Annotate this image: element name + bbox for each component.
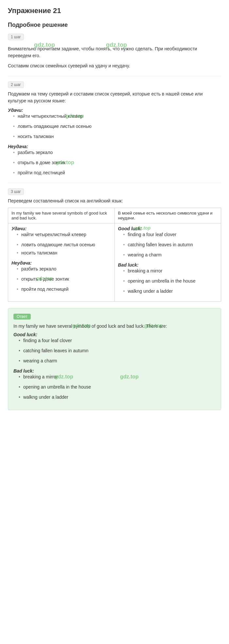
- list-item: breaking a mirror: [123, 268, 218, 274]
- watermark-7: gdz.top: [72, 323, 91, 329]
- step-2-bad-luck-list: разбить зеркало открыть в доме зонтик gd…: [8, 149, 221, 176]
- list-item: найти четырехлистный клевер gdz.top: [13, 113, 221, 120]
- list-item: catching fallen leaves in autumn: [19, 347, 216, 354]
- answer-luck-label: Good luck:: [13, 332, 216, 337]
- page-subtitle: Подробное решение: [8, 22, 221, 28]
- watermark-4: gdz.top: [56, 159, 74, 166]
- right-luck-label: Good luck: gdz.top: [118, 226, 218, 231]
- list-item: finding a four leaf clover: [123, 231, 218, 238]
- table-left-content: Удачи: найти четырехлистный клевер ловит…: [8, 223, 115, 302]
- list-item: найти четырехлистный клевер: [17, 231, 111, 238]
- list-item: finding a four leaf clover: [19, 337, 216, 344]
- right-bad-luck-list: breaking a mirror opening an umbrella in…: [118, 268, 218, 295]
- list-item: walkng under a ladder: [123, 288, 218, 295]
- watermark-6: gdz.top: [134, 225, 151, 231]
- table-left-header: In my family we have several symbols of …: [8, 208, 115, 223]
- right-luck-list: finding a four leaf clover catching fall…: [118, 231, 218, 258]
- left-bad-luck-label: Неудача:: [11, 260, 111, 266]
- answer-section: Ответ In my family we have several symbo…: [8, 308, 221, 410]
- watermark-9: gdz.top: [55, 373, 73, 381]
- page-title: Упражнение 21: [8, 7, 221, 15]
- table-right-header: В моей семье есть несколько символов уда…: [114, 208, 221, 223]
- watermark-5: gdz.top: [36, 275, 53, 282]
- list-item: разбить зеркало: [17, 266, 111, 272]
- step-2-text: Подумаем на тему суеверий и составим спи…: [8, 91, 221, 104]
- answer-luck-list: finding a four leaf clover catching fall…: [13, 337, 216, 364]
- step-2-luck-label: Удачи:: [8, 108, 221, 113]
- left-luck-label: Удачи:: [11, 226, 111, 231]
- step-1-badge: 1 шаг: [8, 34, 24, 40]
- watermark-3: gdz.top: [65, 112, 84, 120]
- step-3-text: Переведем составленный список на английс…: [8, 198, 221, 204]
- table-right-content: Good luck: gdz.top finding a four leaf c…: [114, 223, 221, 302]
- watermark-2: gdz.top: [106, 42, 127, 48]
- list-item: открыть в доме зонтик gdz.top: [17, 276, 111, 283]
- right-bad-luck-label: Bad luck:: [118, 262, 218, 268]
- step-1: 1 шаг gdz.top gdz.top Внимательно прочит…: [8, 34, 221, 69]
- answer-bad-luck-label: Bad luck:: [13, 368, 216, 374]
- list-item: пройти под лестницей: [13, 169, 221, 176]
- left-luck-list: найти четырехлистный клевер ловить опада…: [11, 231, 111, 256]
- list-item: ловить опадающие листья осенью: [17, 241, 111, 248]
- list-item: носить талисман: [17, 250, 111, 256]
- step-3: 3 шаг Переведем составленный список на а…: [8, 188, 221, 302]
- step-2-bad-luck-label: Неудача:: [8, 144, 221, 149]
- left-bad-luck-list: разбить зеркало открыть в доме зонтик gd…: [11, 266, 111, 293]
- list-item: разбить зеркало: [13, 149, 221, 156]
- list-item: catching fallen leaves in autumn: [123, 241, 218, 248]
- table-header-row: In my family we have several symbols of …: [8, 208, 221, 223]
- step-2-badge: 2 шаг: [8, 81, 24, 88]
- list-item: ловить опадающие листья осенью: [13, 123, 221, 130]
- list-item: пройти под лестницей: [17, 286, 111, 293]
- table-content-row: Удачи: найти четырехлистный клевер ловит…: [8, 223, 221, 302]
- list-item: opening an umbrella in the house: [19, 384, 216, 391]
- watermark-10: gdz.top: [120, 373, 139, 381]
- answer-intro: In my family we have several symbols of …: [13, 323, 216, 329]
- answer-bad-luck-list: breaking a mirror gdz.top gdz.top openin…: [13, 374, 216, 401]
- step-2-luck-list: найти четырехлистный клевер gdz.top лови…: [8, 113, 221, 140]
- list-item: breaking a mirror gdz.top gdz.top: [19, 374, 216, 380]
- list-item: wearing a charm: [19, 357, 216, 364]
- step-2: 2 шаг Подумаем на тему суеверий и состав…: [8, 81, 221, 176]
- translation-table: In my family we have several symbols of …: [8, 208, 221, 302]
- list-item: wearing a charm: [123, 252, 218, 258]
- list-item: открыть в доме зонтик gdz.top: [13, 159, 221, 166]
- list-item: opening an umbrella in the house: [123, 278, 218, 285]
- watermark-8: gdz.top: [144, 323, 163, 329]
- watermark-1: gdz.top: [34, 42, 55, 48]
- list-item: носить талисман: [13, 133, 221, 140]
- step-3-badge: 3 шаг: [8, 188, 24, 195]
- step-1-text2: Составим список семейных суеверий на уда…: [8, 62, 221, 69]
- answer-badge: Ответ: [13, 314, 31, 320]
- list-item: walkng under a ladder: [19, 394, 216, 401]
